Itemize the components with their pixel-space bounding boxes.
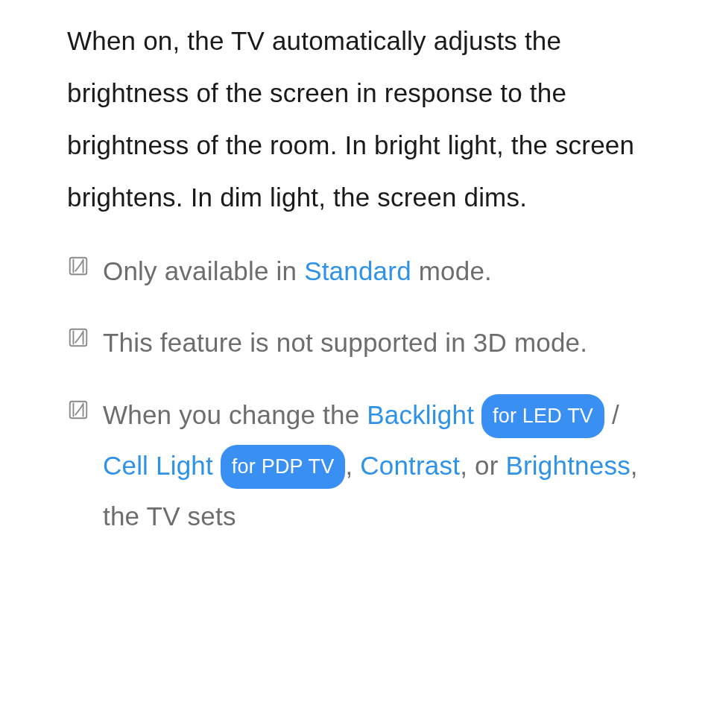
svg-rect-1 [70,329,87,346]
note-standard-mode: Only available in Standard mode. [67,246,644,297]
svg-rect-2 [70,401,87,418]
text-fragment: Only available in [103,256,304,285]
link-cell-light: Cell Light [103,451,213,480]
text-fragment: , [345,451,360,480]
text-fragment: / [604,400,619,429]
note-backlight-change: When you change the Backlight for LED TV… [67,390,644,542]
note-icon [67,397,89,427]
note-3d-unsupported: This feature is not supported in 3D mode… [67,317,644,368]
note-text: Only available in Standard mode. [103,246,492,297]
note-icon [67,253,89,283]
feature-description: When on, the TV automatically adjusts th… [67,15,644,224]
text-fragment: mode. [411,256,492,285]
link-standard: Standard [304,256,411,285]
svg-rect-0 [70,258,87,275]
text-fragment: , or [460,451,505,480]
note-text: When you change the Backlight for LED TV… [103,390,644,542]
link-backlight: Backlight [367,400,474,429]
link-brightness: Brightness [505,451,630,480]
text-fragment: When you change the [103,400,367,429]
link-contrast: Contrast [360,451,460,480]
note-icon [67,325,89,355]
note-text: This feature is not supported in 3D mode… [103,317,587,368]
pill-led-tv: for LED TV [481,394,604,439]
pill-pdp-tv: for PDP TV [221,445,346,490]
